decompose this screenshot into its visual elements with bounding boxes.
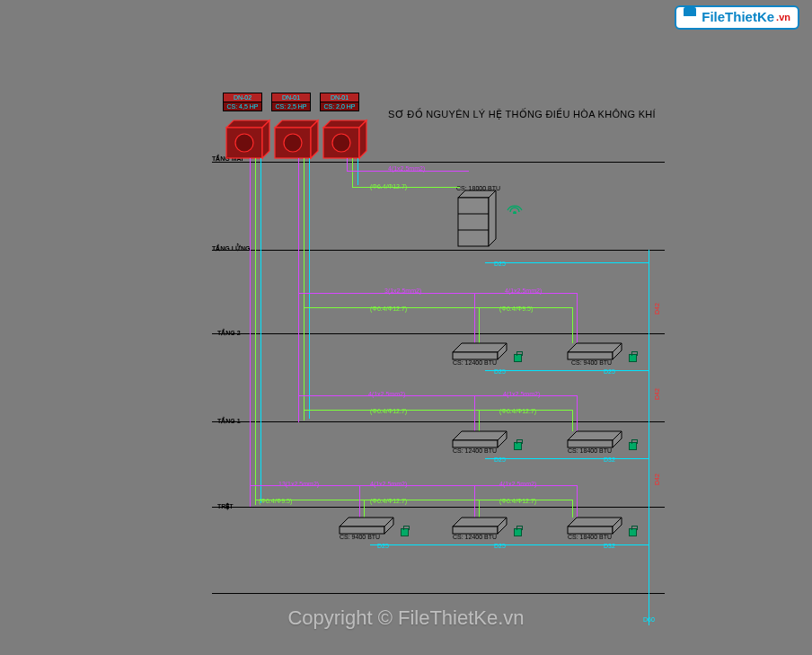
note-l1: 4(1x2.5mm2) xyxy=(388,165,425,172)
t2-drop1-l xyxy=(479,307,480,343)
ou1-label: DN-02 CS: 4,5 HP xyxy=(223,93,262,111)
svg-point-11 xyxy=(332,134,350,152)
ou1-hp: CS: 4,5 HP xyxy=(223,102,262,111)
cabinet-d: D25 xyxy=(494,261,506,267)
t2-unit2-d: D25 xyxy=(604,368,615,375)
svg-point-17 xyxy=(514,212,516,214)
diagram-title: SƠ ĐỒ NGUYÊN LÝ HỆ THỐNG ĐIỀU HÒA KHÔNG … xyxy=(388,109,656,120)
ou3-mag-v xyxy=(347,158,348,171)
svg-point-3 xyxy=(235,134,253,152)
t2-drop1-m xyxy=(474,293,475,343)
t1-unit1-plug-icon xyxy=(514,442,522,450)
cabinet-unit-icon xyxy=(453,189,501,252)
tr-drop2-l xyxy=(479,500,480,518)
tr-drop1-l xyxy=(364,500,365,518)
riser-tag-3: D42 xyxy=(654,474,660,485)
riser-tag-1: D42 xyxy=(654,303,660,314)
ou3-hp: CS: 2,0 HP xyxy=(320,102,359,111)
svg-marker-14 xyxy=(489,190,496,246)
ou2-cyan-v xyxy=(309,158,310,419)
lung-line xyxy=(212,250,665,251)
svg-marker-2 xyxy=(262,120,269,158)
t1-unit1-d: D25 xyxy=(494,456,506,463)
ou1-cyan-v xyxy=(260,158,261,503)
ou2-hp: CS: 2,5 HP xyxy=(271,102,311,111)
tr-note-b: 4(1x2.5mm2) xyxy=(370,481,407,487)
ou3-cyan-v xyxy=(357,158,358,185)
tr-unit1-plug-icon xyxy=(401,528,409,536)
diagram-canvas: FileThietKe.vn SƠ ĐỒ NGUYÊN LÝ HỆ THỐNG … xyxy=(0,0,812,655)
label-tret: TRỆT xyxy=(217,503,234,510)
ou2-tag: DN-01 xyxy=(271,93,311,102)
svg-rect-28 xyxy=(568,440,613,447)
t1-unit2-plug-icon xyxy=(629,442,637,450)
t2-line xyxy=(212,333,665,334)
t2-unit1-d: D25 xyxy=(494,368,506,375)
t2-unit2-plug-icon xyxy=(629,354,637,362)
t2-unit2-cap: CS: 9400 BTU xyxy=(571,359,612,366)
tr-unit2-plug-icon xyxy=(514,528,522,536)
tr-drop3-m xyxy=(577,485,578,518)
svg-rect-25 xyxy=(453,440,498,447)
tr-note-f: (Φ6.4/Φ12.7) xyxy=(499,498,536,504)
riser-tag-2: D42 xyxy=(654,388,660,400)
ou2-label: DN-01 CS: 2,5 HP xyxy=(271,93,311,111)
base-line xyxy=(212,593,665,594)
outdoor-units-icon xyxy=(219,115,372,167)
svg-marker-10 xyxy=(359,120,366,158)
svg-rect-37 xyxy=(568,527,613,534)
tret-line xyxy=(212,507,665,508)
tr-unit3-cap: CS: 18400 BTU xyxy=(568,534,612,540)
t1-unit2-d: D32 xyxy=(604,456,615,463)
tr-unit3-plug-icon xyxy=(629,528,637,536)
svg-marker-6 xyxy=(311,120,318,158)
brand-tld: .vn xyxy=(776,12,790,22)
tr-unit2-cap: CS: 12400 BTU xyxy=(453,534,497,540)
t2-note-b2: (Φ6.4/Φ9.5) xyxy=(499,305,533,312)
svg-point-7 xyxy=(284,134,302,152)
t1-note-3: (Φ6.4/Φ12.7) xyxy=(370,408,407,414)
ou1-mag-v xyxy=(250,158,251,507)
t2-drop2-l xyxy=(572,307,573,343)
t2-drop2-m xyxy=(577,293,578,343)
brand-watermark: FileThietKe.vn xyxy=(675,5,799,30)
remote-icon xyxy=(507,199,523,214)
svg-rect-34 xyxy=(453,527,498,534)
t1-drop2-m xyxy=(577,395,578,431)
t1-line xyxy=(212,421,665,422)
tr-note-a: 13(1x2.5mm2) xyxy=(278,481,319,487)
label-t1: TẦNG 1 xyxy=(217,418,241,425)
svg-rect-22 xyxy=(568,352,613,359)
t1-unit1-cap: CS: 12400 BTU xyxy=(453,447,497,454)
tr-unit1-cap: CS: 9400 BTU xyxy=(340,534,380,540)
t1-note-1: 4(1x2.5mm2) xyxy=(368,391,405,397)
copyright-overlay: Copyright © FileThietKe.vn xyxy=(0,606,812,630)
tr-note-d: (Φ6.4/Φ9.5) xyxy=(259,498,292,504)
tr-drop2-m xyxy=(474,485,475,518)
svg-rect-31 xyxy=(340,527,384,534)
tr-drop3-l xyxy=(572,500,573,518)
t2-unit1-plug-icon xyxy=(514,354,522,362)
label-t2: TẦNG 2 xyxy=(217,330,241,337)
t1-drop1-m xyxy=(474,395,475,431)
tr-note-e: (Φ6.4/Φ12.7) xyxy=(370,498,407,504)
ou1-lime-v xyxy=(255,158,256,505)
ou3-label: DN-01 CS: 2,0 HP xyxy=(320,93,359,111)
t2-note-b: (Φ6.4/Φ12.7) xyxy=(370,305,407,312)
t1-unit2-cap: CS: 18400 BTU xyxy=(568,447,612,454)
tr-note-c: 4(1x2.5mm2) xyxy=(499,481,536,487)
t1-note-4: (Φ6.4/Φ12.7) xyxy=(499,408,536,414)
t1-note-2: 4(1x2.5mm2) xyxy=(503,391,540,397)
tr-unit1-d: D25 xyxy=(377,543,389,549)
ou1-tag: DN-02 xyxy=(223,93,262,102)
cabinet-cap: CS: 18000 BTU xyxy=(456,185,500,191)
tr-drop1-m xyxy=(359,485,360,518)
t1-drop1-l xyxy=(479,410,480,431)
tr-unit2-d: D25 xyxy=(494,543,506,549)
tr-unit3-d: D32 xyxy=(604,543,615,549)
cabinet-drain-h xyxy=(485,262,649,263)
ou3-lime-v xyxy=(352,158,353,187)
ou2-lime-v xyxy=(304,158,304,420)
ou2-mag-v xyxy=(298,158,299,422)
svg-rect-19 xyxy=(453,352,498,359)
